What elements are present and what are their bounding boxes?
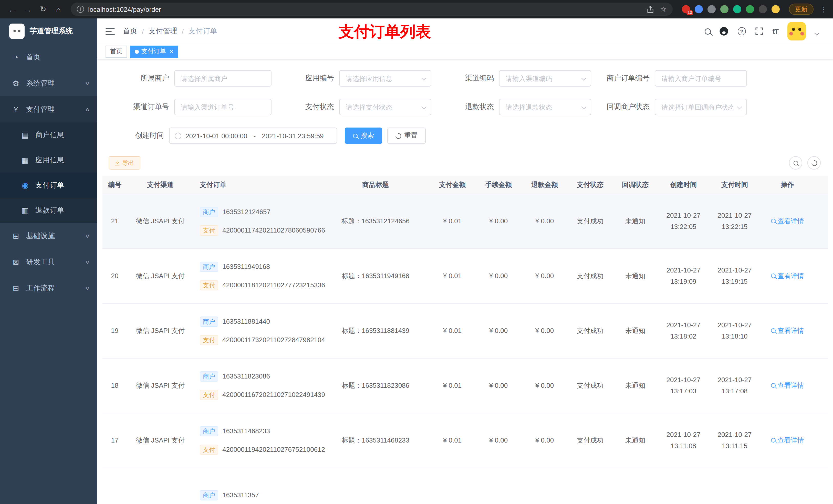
cell-refund: ¥ 0.00 (522, 380, 568, 391)
app-title: 芋道管理系统 (30, 27, 73, 36)
address-bar[interactable]: i localhost:1024/pay/order ☆ (71, 3, 673, 16)
sidebar-menu: ◔ 首页 ⚙ 系统管理 ∨ ¥ 支付管理 ∧ ▤ 商户信息 (0, 44, 97, 301)
filter-pay-status-select[interactable] (339, 99, 431, 115)
avatar-caret-icon[interactable] (814, 30, 819, 35)
extension-icon-1[interactable]: 10 (682, 5, 690, 13)
share-icon[interactable] (647, 5, 654, 13)
cell-channel: 微信 JSAPI 支付 (127, 325, 194, 337)
bookmark-star-icon[interactable]: ☆ (660, 5, 667, 13)
filter-notify-status-select[interactable] (655, 99, 747, 115)
view-detail-link[interactable]: 查看详情 (771, 215, 804, 226)
devtools-icon: ⊠ (11, 257, 21, 267)
sidebar: 芋道管理系统 ◔ 首页 ⚙ 系统管理 ∨ ¥ 支付管理 ∧ (0, 19, 97, 504)
sidebar-item-pay[interactable]: ¥ 支付管理 ∧ (0, 96, 97, 122)
extension-icon-4[interactable] (720, 5, 729, 13)
refresh-table-icon[interactable] (807, 156, 821, 170)
view-detail-link[interactable]: 查看详情 (771, 270, 804, 282)
cell-refund: ¥ 0.00 (522, 270, 568, 282)
search-icon[interactable] (705, 28, 711, 34)
tab-home[interactable]: 首页 (105, 45, 127, 57)
sidebar-item-pay-order[interactable]: ◉ 支付订单 (0, 173, 97, 198)
cell-pay-time: 2021-10-27 13:17:08 (709, 375, 760, 397)
browser-forward-icon[interactable]: → (22, 3, 34, 15)
view-detail-link[interactable]: 查看详情 (771, 325, 804, 336)
view-detail-icon (771, 328, 776, 333)
date-range-picker[interactable]: 2021-10-01 00:00:00 - 2021-10-31 23:59:5… (169, 127, 337, 144)
fullscreen-icon[interactable] (755, 27, 763, 35)
font-size-icon[interactable]: tT (772, 27, 778, 35)
browser-back-icon[interactable]: ← (6, 3, 19, 15)
filter-app-no-select[interactable] (339, 70, 431, 87)
browser-home-icon[interactable]: ⌂ (52, 3, 65, 15)
app-logo[interactable]: 芋道管理系统 (0, 19, 97, 44)
help-icon[interactable]: ? (738, 27, 746, 35)
cell-fee: ¥ 0.00 (475, 325, 522, 337)
cell-amount: ¥ 0.01 (429, 325, 475, 337)
browser-toolbar: ← → ↻ ⌂ i localhost:1024/pay/order ☆ 10 … (0, 0, 833, 19)
filter-refund-status-select[interactable] (499, 99, 591, 115)
sidebar-item-app-info[interactable]: ▦ 应用信息 (0, 147, 97, 173)
cell-title: 标题：1635311949168 (322, 270, 429, 282)
cell-pay-time: 2021-10-27 13:22:15 (709, 210, 760, 233)
extension-icon-3[interactable] (708, 5, 716, 13)
filter-channel-code-select[interactable] (499, 70, 591, 87)
browser-reload-icon[interactable]: ↻ (37, 3, 49, 15)
chevron-down-icon: ∨ (85, 80, 90, 86)
search-button[interactable]: 搜索 (345, 127, 382, 144)
sidebar-toggle-icon[interactable] (105, 27, 115, 35)
extension-badge: 10 (687, 10, 693, 15)
date-separator: - (253, 132, 256, 140)
yen-icon: ¥ (11, 105, 21, 114)
col-id: 编号 (102, 176, 127, 194)
cell-pay-time: 2021-10-27 13:19:15 (709, 265, 760, 287)
github-icon[interactable] (719, 27, 729, 36)
site-info-icon[interactable]: i (77, 6, 84, 13)
table-body: 21 微信 JSAPI 支付 商户 1635312124657 支付 42000… (102, 194, 828, 504)
breadcrumb-home[interactable]: 首页 (123, 27, 137, 36)
refund-order-icon: ▥ (21, 206, 30, 215)
extension-icon-8[interactable] (771, 5, 780, 13)
extension-icon-2[interactable] (695, 5, 703, 13)
extension-icon-7[interactable] (759, 5, 767, 13)
view-detail-link[interactable]: 查看详情 (771, 435, 804, 446)
user-avatar[interactable] (787, 22, 806, 41)
browser-menu-icon[interactable]: ⋮ (820, 5, 827, 13)
col-fee: 手续金额 (475, 176, 522, 194)
chevron-up-icon: ∧ (85, 106, 90, 112)
sidebar-item-system[interactable]: ⚙ 系统管理 ∨ (0, 70, 97, 96)
clock-icon (175, 133, 181, 139)
browser-update-button[interactable]: 更新 (789, 4, 813, 15)
sidebar-item-label: 支付订单 (35, 181, 64, 190)
tab-close-icon[interactable]: × (170, 48, 173, 55)
pay-tag: 支付 (200, 445, 218, 455)
sidebar-item-refund-order[interactable]: ▥ 退款订单 (0, 198, 97, 223)
col-order: 支付订单 (194, 176, 322, 194)
col-create-time: 创建时间 (658, 176, 709, 194)
sidebar-item-label: 系统管理 (26, 79, 55, 88)
infra-icon: ⊞ (11, 231, 21, 240)
extension-icon-5[interactable] (733, 5, 741, 13)
export-button[interactable]: 导出 (109, 156, 140, 170)
view-detail-link[interactable]: 查看详情 (771, 380, 804, 391)
merchant-order-no: 1635311357 (222, 490, 259, 501)
breadcrumb-pay-manage[interactable]: 支付管理 (148, 27, 177, 36)
cell-title: 标题：1635311468233 (322, 435, 429, 446)
merchant-order-no: 1635312124657 (222, 207, 270, 218)
sidebar-item-workflow[interactable]: ⊟ 工作流程 ∨ (0, 275, 97, 301)
view-detail-icon (771, 383, 776, 388)
filter-merchant-order-no-input[interactable] (655, 70, 747, 87)
cell-notify-status: 未通知 (613, 380, 658, 391)
filter-channel-order-no-input[interactable] (174, 99, 271, 115)
extension-icon-6[interactable] (746, 5, 754, 13)
cell-channel: 微信 JSAPI 支付 (127, 435, 194, 446)
reset-button[interactable]: 重置 (387, 127, 426, 144)
toggle-search-icon[interactable] (789, 156, 802, 170)
sidebar-item-home[interactable]: ◔ 首页 (0, 44, 97, 70)
merchant-order-no: 1635311949168 (222, 261, 270, 272)
sidebar-item-infra[interactable]: ⊞ 基础设施 ∨ (0, 223, 97, 249)
tab-pay-order[interactable]: 支付订单 × (130, 45, 178, 57)
cell-create-time: 2021-10-27 13:19:09 (658, 265, 709, 287)
sidebar-item-devtools[interactable]: ⊠ 研发工具 ∨ (0, 249, 97, 275)
filter-merchant-input[interactable] (174, 70, 271, 87)
sidebar-item-merchant-info[interactable]: ▤ 商户信息 (0, 122, 97, 147)
